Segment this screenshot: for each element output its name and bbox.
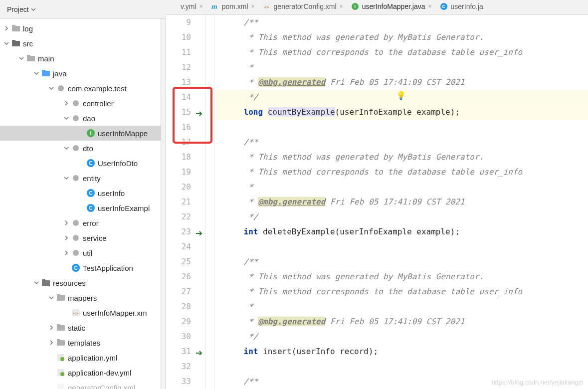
chevron-right-icon [47, 325, 56, 330]
close-icon[interactable]: × [428, 3, 432, 10]
chevron-down-icon [47, 295, 56, 300]
line-number: 23 [166, 224, 191, 239]
close-icon[interactable]: × [199, 3, 203, 10]
tree-item-service[interactable]: service [0, 230, 161, 245]
folder-icon [26, 55, 36, 62]
svg-rect-16 [42, 70, 45, 72]
line-number: 26 [166, 269, 191, 284]
tree-item-package[interactable]: com.example.test [0, 81, 161, 96]
tree-item-main[interactable]: main [0, 51, 161, 66]
tab-label: generatorConfig.xml [274, 2, 337, 10]
source-folder-icon [41, 70, 51, 77]
tab-userinfomapper-java[interactable]: I userInfoMapper.java × [347, 0, 436, 15]
tree-item-userinfoexample[interactable]: C userInfoExampl [0, 200, 161, 215]
tree-item-userinfomapper[interactable]: I userInfoMappe [0, 126, 161, 141]
folder-icon [11, 25, 21, 32]
tree-label: templates [68, 339, 100, 347]
tree-item-error[interactable]: error [0, 215, 161, 230]
line-number: 19 [166, 165, 191, 180]
tree-item-util[interactable]: util [0, 245, 161, 260]
line-number: 15 [166, 105, 191, 120]
package-icon [71, 175, 81, 182]
tree-item-application-dev-yml[interactable]: application-dev.yml [0, 365, 161, 380]
tab-pom-xml[interactable]: m pom.xml × [207, 0, 259, 15]
tree-item-entity[interactable]: entity [0, 171, 161, 186]
chevron-right-icon [2, 26, 11, 31]
svg-rect-29 [57, 294, 60, 296]
folder-icon [56, 324, 66, 331]
svg-point-22 [73, 220, 79, 226]
chevron-down-icon [32, 71, 41, 76]
tree-item-mappers[interactable]: mappers [0, 290, 161, 305]
run-arrow-icon[interactable] [195, 108, 203, 123]
tab-generatorconfig-xml[interactable]: <> generatorConfig.xml × [259, 0, 347, 15]
svg-point-18 [73, 100, 79, 106]
tree-item-testapplication[interactable]: C TestApplication [0, 260, 161, 275]
tab-v-yml[interactable]: v.yml × [166, 0, 207, 15]
line-number: 11 [166, 45, 191, 60]
yml-file-icon [56, 369, 66, 376]
class-icon: C [86, 159, 96, 167]
tree-item-templates[interactable]: templates [0, 335, 161, 350]
tree-item-application-yml[interactable]: application.yml [0, 350, 161, 365]
line-number: 31 [166, 344, 191, 359]
package-icon [71, 234, 81, 241]
svg-point-23 [73, 235, 79, 241]
tree-label: service [83, 234, 107, 242]
line-number: 30 [166, 329, 191, 344]
package-icon [56, 85, 66, 92]
chevron-down-icon [31, 5, 36, 13]
tree-item-resources[interactable]: resources [0, 275, 161, 290]
fold-column[interactable] [205, 15, 214, 389]
tree-item-generatorconfig-xml[interactable]: generatorConfig.xml [0, 380, 161, 389]
tree-label: java [53, 69, 67, 78]
tree-item-java[interactable]: java [0, 66, 161, 81]
svg-rect-10 [12, 25, 15, 27]
intention-bulb-icon[interactable]: 💡 [396, 91, 406, 100]
class-icon: C [86, 204, 96, 212]
tree-label: userInfoMappe [98, 129, 148, 138]
tree-label: log [23, 24, 33, 33]
tree-label: controller [83, 99, 114, 108]
package-icon [71, 100, 81, 107]
line-number: 14 [166, 90, 191, 105]
tree-item-userinfodto[interactable]: C UserInfoDto [0, 156, 161, 171]
xml-file-icon [56, 384, 66, 389]
chevron-down-icon [2, 41, 11, 46]
code-area[interactable]: /** * This method was generated by MyBat… [214, 15, 588, 389]
project-tree[interactable]: log src main java com.example.test [0, 19, 161, 389]
svg-rect-14 [27, 55, 30, 57]
tab-label: v.yml [181, 2, 196, 10]
tree-item-userinfo[interactable]: C userInfo [0, 186, 161, 200]
project-dropdown[interactable]: Project [0, 5, 39, 13]
tree-item-src[interactable]: src [0, 36, 161, 51]
code-editor[interactable]: 9 10 11 12 13 14 15 16 17 18 19 20 21 22… [166, 15, 588, 389]
tree-item-userinfomapper-xml[interactable]: <> userInfoMapper.xm [0, 305, 161, 320]
tree-label: entity [83, 174, 101, 183]
splitter[interactable] [161, 19, 166, 389]
svg-rect-26 [42, 279, 45, 281]
yml-file-icon [170, 2, 178, 10]
package-icon [71, 219, 81, 226]
close-icon[interactable]: × [340, 3, 343, 10]
package-icon [71, 115, 81, 122]
line-number: 22 [166, 209, 191, 224]
tree-label: application.yml [68, 354, 117, 362]
svg-rect-35 [57, 339, 60, 341]
watermark: https://blog.csdn.net/yejialiangzi [491, 379, 583, 386]
tree-item-log[interactable]: log [0, 21, 161, 36]
run-arrow-icon[interactable] [195, 347, 203, 362]
tab-userinfo-java[interactable]: C userInfo.ja [436, 0, 487, 15]
svg-rect-27 [47, 283, 50, 286]
tree-item-static[interactable]: static [0, 320, 161, 335]
tree-item-dto[interactable]: dto [0, 141, 161, 156]
tree-item-dao[interactable]: dao [0, 111, 161, 126]
tree-item-controller[interactable]: controller [0, 96, 161, 111]
svg-rect-40 [57, 384, 64, 389]
close-icon[interactable]: × [251, 3, 255, 10]
run-arrow-icon[interactable] [195, 227, 203, 242]
chevron-right-icon [62, 235, 71, 240]
line-number: 28 [166, 299, 191, 314]
class-icon: C [86, 189, 96, 197]
line-number: 24 [166, 239, 191, 254]
